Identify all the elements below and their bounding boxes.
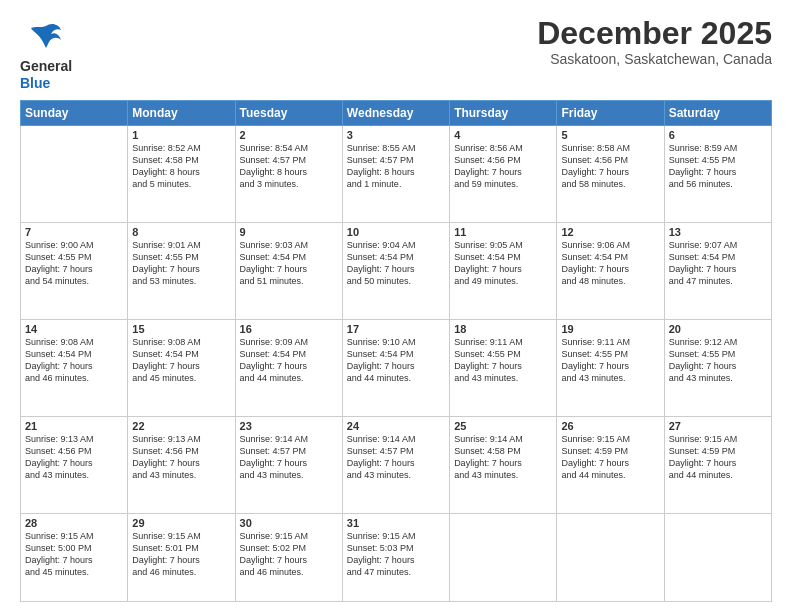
table-row: 2Sunrise: 8:54 AM Sunset: 4:57 PM Daylig…: [235, 125, 342, 222]
day-number: 26: [561, 420, 659, 432]
day-number: 16: [240, 323, 338, 335]
logo-bird-icon: [29, 20, 63, 54]
calendar-week-row: 21Sunrise: 9:13 AM Sunset: 4:56 PM Dayli…: [21, 416, 772, 513]
cell-info: Sunrise: 9:08 AM Sunset: 4:54 PM Dayligh…: [25, 336, 123, 385]
cell-info: Sunrise: 9:06 AM Sunset: 4:54 PM Dayligh…: [561, 239, 659, 288]
cell-info: Sunrise: 9:03 AM Sunset: 4:54 PM Dayligh…: [240, 239, 338, 288]
day-number: 31: [347, 517, 445, 529]
table-row: 12Sunrise: 9:06 AM Sunset: 4:54 PM Dayli…: [557, 222, 664, 319]
day-number: 1: [132, 129, 230, 141]
calendar-week-row: 28Sunrise: 9:15 AM Sunset: 5:00 PM Dayli…: [21, 513, 772, 601]
day-number: 2: [240, 129, 338, 141]
cell-info: Sunrise: 8:59 AM Sunset: 4:55 PM Dayligh…: [669, 142, 767, 191]
day-number: 7: [25, 226, 123, 238]
cell-info: Sunrise: 9:07 AM Sunset: 4:54 PM Dayligh…: [669, 239, 767, 288]
table-row: 31Sunrise: 9:15 AM Sunset: 5:03 PM Dayli…: [342, 513, 449, 601]
table-row: [664, 513, 771, 601]
header-monday: Monday: [128, 100, 235, 125]
table-row: 16Sunrise: 9:09 AM Sunset: 4:54 PM Dayli…: [235, 319, 342, 416]
cell-info: Sunrise: 9:12 AM Sunset: 4:55 PM Dayligh…: [669, 336, 767, 385]
cell-info: Sunrise: 9:13 AM Sunset: 4:56 PM Dayligh…: [132, 433, 230, 482]
table-row: 1Sunrise: 8:52 AM Sunset: 4:58 PM Daylig…: [128, 125, 235, 222]
cell-info: Sunrise: 9:14 AM Sunset: 4:58 PM Dayligh…: [454, 433, 552, 482]
cell-info: Sunrise: 9:15 AM Sunset: 5:00 PM Dayligh…: [25, 530, 123, 579]
day-number: 19: [561, 323, 659, 335]
table-row: 20Sunrise: 9:12 AM Sunset: 4:55 PM Dayli…: [664, 319, 771, 416]
cell-info: Sunrise: 9:04 AM Sunset: 4:54 PM Dayligh…: [347, 239, 445, 288]
subtitle: Saskatoon, Saskatchewan, Canada: [537, 51, 772, 67]
day-number: 23: [240, 420, 338, 432]
table-row: [557, 513, 664, 601]
day-number: 21: [25, 420, 123, 432]
cell-info: Sunrise: 9:08 AM Sunset: 4:54 PM Dayligh…: [132, 336, 230, 385]
table-row: 21Sunrise: 9:13 AM Sunset: 4:56 PM Dayli…: [21, 416, 128, 513]
day-number: 8: [132, 226, 230, 238]
cell-info: Sunrise: 9:15 AM Sunset: 4:59 PM Dayligh…: [669, 433, 767, 482]
logo-blue-text: Blue: [20, 75, 72, 92]
header: General Blue December 2025 Saskatoon, Sa…: [20, 16, 772, 92]
cell-info: Sunrise: 8:54 AM Sunset: 4:57 PM Dayligh…: [240, 142, 338, 191]
table-row: 3Sunrise: 8:55 AM Sunset: 4:57 PM Daylig…: [342, 125, 449, 222]
table-row: 7Sunrise: 9:00 AM Sunset: 4:55 PM Daylig…: [21, 222, 128, 319]
cell-info: Sunrise: 9:11 AM Sunset: 4:55 PM Dayligh…: [454, 336, 552, 385]
table-row: 24Sunrise: 9:14 AM Sunset: 4:57 PM Dayli…: [342, 416, 449, 513]
cell-info: Sunrise: 9:10 AM Sunset: 4:54 PM Dayligh…: [347, 336, 445, 385]
table-row: 13Sunrise: 9:07 AM Sunset: 4:54 PM Dayli…: [664, 222, 771, 319]
table-row: 30Sunrise: 9:15 AM Sunset: 5:02 PM Dayli…: [235, 513, 342, 601]
header-tuesday: Tuesday: [235, 100, 342, 125]
table-row: 28Sunrise: 9:15 AM Sunset: 5:00 PM Dayli…: [21, 513, 128, 601]
header-thursday: Thursday: [450, 100, 557, 125]
table-row: 5Sunrise: 8:58 AM Sunset: 4:56 PM Daylig…: [557, 125, 664, 222]
day-number: 30: [240, 517, 338, 529]
day-number: 6: [669, 129, 767, 141]
month-title: December 2025: [537, 16, 772, 51]
cell-info: Sunrise: 9:13 AM Sunset: 4:56 PM Dayligh…: [25, 433, 123, 482]
table-row: 4Sunrise: 8:56 AM Sunset: 4:56 PM Daylig…: [450, 125, 557, 222]
day-number: 29: [132, 517, 230, 529]
day-number: 18: [454, 323, 552, 335]
calendar-week-row: 14Sunrise: 9:08 AM Sunset: 4:54 PM Dayli…: [21, 319, 772, 416]
cell-info: Sunrise: 9:15 AM Sunset: 5:02 PM Dayligh…: [240, 530, 338, 579]
day-number: 14: [25, 323, 123, 335]
day-number: 15: [132, 323, 230, 335]
day-number: 17: [347, 323, 445, 335]
cell-info: Sunrise: 8:58 AM Sunset: 4:56 PM Dayligh…: [561, 142, 659, 191]
cell-info: Sunrise: 9:00 AM Sunset: 4:55 PM Dayligh…: [25, 239, 123, 288]
header-saturday: Saturday: [664, 100, 771, 125]
table-row: [450, 513, 557, 601]
table-row: 10Sunrise: 9:04 AM Sunset: 4:54 PM Dayli…: [342, 222, 449, 319]
table-row: 25Sunrise: 9:14 AM Sunset: 4:58 PM Dayli…: [450, 416, 557, 513]
table-row: 9Sunrise: 9:03 AM Sunset: 4:54 PM Daylig…: [235, 222, 342, 319]
table-row: 22Sunrise: 9:13 AM Sunset: 4:56 PM Dayli…: [128, 416, 235, 513]
header-sunday: Sunday: [21, 100, 128, 125]
table-row: 27Sunrise: 9:15 AM Sunset: 4:59 PM Dayli…: [664, 416, 771, 513]
header-friday: Friday: [557, 100, 664, 125]
cell-info: Sunrise: 9:11 AM Sunset: 4:55 PM Dayligh…: [561, 336, 659, 385]
day-number: 13: [669, 226, 767, 238]
day-number: 25: [454, 420, 552, 432]
cell-info: Sunrise: 9:15 AM Sunset: 5:01 PM Dayligh…: [132, 530, 230, 579]
table-row: [21, 125, 128, 222]
day-number: 20: [669, 323, 767, 335]
table-row: 14Sunrise: 9:08 AM Sunset: 4:54 PM Dayli…: [21, 319, 128, 416]
cell-info: Sunrise: 8:55 AM Sunset: 4:57 PM Dayligh…: [347, 142, 445, 191]
cell-info: Sunrise: 9:15 AM Sunset: 4:59 PM Dayligh…: [561, 433, 659, 482]
cell-info: Sunrise: 8:52 AM Sunset: 4:58 PM Dayligh…: [132, 142, 230, 191]
table-row: 8Sunrise: 9:01 AM Sunset: 4:55 PM Daylig…: [128, 222, 235, 319]
cell-info: Sunrise: 9:09 AM Sunset: 4:54 PM Dayligh…: [240, 336, 338, 385]
day-number: 3: [347, 129, 445, 141]
table-row: 19Sunrise: 9:11 AM Sunset: 4:55 PM Dayli…: [557, 319, 664, 416]
day-number: 9: [240, 226, 338, 238]
day-number: 10: [347, 226, 445, 238]
cell-info: Sunrise: 9:05 AM Sunset: 4:54 PM Dayligh…: [454, 239, 552, 288]
table-row: 11Sunrise: 9:05 AM Sunset: 4:54 PM Dayli…: [450, 222, 557, 319]
cell-info: Sunrise: 8:56 AM Sunset: 4:56 PM Dayligh…: [454, 142, 552, 191]
logo: General Blue: [20, 16, 72, 92]
table-row: 6Sunrise: 8:59 AM Sunset: 4:55 PM Daylig…: [664, 125, 771, 222]
cell-info: Sunrise: 9:15 AM Sunset: 5:03 PM Dayligh…: [347, 530, 445, 579]
cell-info: Sunrise: 9:14 AM Sunset: 4:57 PM Dayligh…: [240, 433, 338, 482]
day-number: 27: [669, 420, 767, 432]
logo-general-text: General: [20, 58, 72, 75]
table-row: 18Sunrise: 9:11 AM Sunset: 4:55 PM Dayli…: [450, 319, 557, 416]
day-number: 24: [347, 420, 445, 432]
